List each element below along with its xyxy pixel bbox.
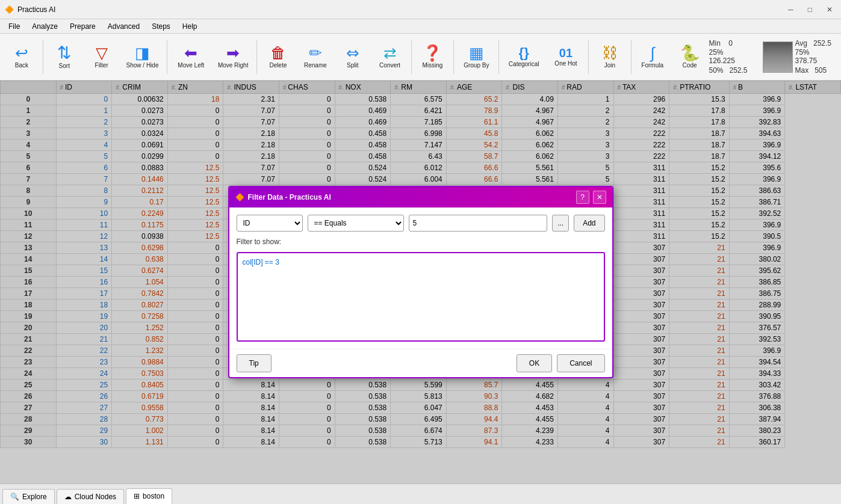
sep6 [498, 40, 499, 74]
stats-bar [763, 41, 793, 73]
sep3 [256, 40, 257, 74]
groupby-label: Group By [464, 62, 489, 69]
join-label: Join [604, 62, 615, 69]
rename-label: Rename [304, 62, 327, 69]
titlebar-left: 🔶 Practicus AI [5, 5, 55, 14]
moveleft-icon: ⬅ [184, 45, 197, 61]
moveleft-label: Move Left [178, 62, 204, 69]
sort-button[interactable]: ⇅ Sort [46, 37, 82, 78]
app-icon: 🔶 [5, 5, 14, 14]
stats-panel: Min 0 25% 126.225 50% 252.5 Avg 252.5 75… [709, 37, 837, 78]
condition-select[interactable]: == Equals != Not Equals > Greater [308, 215, 404, 232]
modal-body: ID CRIM ZN == Equals != Not Equals > Gre… [229, 207, 612, 349]
close-btn[interactable]: ✕ [823, 4, 836, 15]
tip-button[interactable]: Tip [237, 354, 272, 372]
formula-icon: ∫ [650, 45, 654, 61]
missing-icon: ❓ [423, 45, 442, 61]
filter-label: Filter [95, 62, 108, 69]
delete-button[interactable]: 🗑 Delete [260, 37, 296, 78]
maximize-btn[interactable]: □ [804, 4, 816, 15]
formula-button[interactable]: ∫ Formula [635, 37, 671, 78]
menu-analyze[interactable]: Analyze [26, 21, 64, 32]
add-button[interactable]: Add [574, 215, 604, 232]
moveright-label: Move Right [218, 62, 249, 69]
groupby-icon: ▦ [469, 45, 484, 61]
stats-right: Avg 252.5 75% 378.75 Max 505 [795, 37, 838, 78]
tabbar: 🔍 Explore ☁ Cloud Nodes ⊞ boston [0, 484, 841, 504]
moveright-button[interactable]: ➡ Move Right [213, 37, 253, 78]
menu-file[interactable]: File [2, 21, 26, 32]
moveleft-button[interactable]: ⬅ Move Left [170, 37, 211, 78]
sep1 [43, 40, 43, 74]
onehot-label: One Hot [554, 60, 577, 67]
modal-title: Filter Data - Practicus AI [248, 193, 331, 201]
split-label: Split [347, 62, 358, 69]
categorical-button[interactable]: {} Categorical [502, 37, 545, 78]
menu-steps[interactable]: Steps [146, 21, 176, 32]
rename-button[interactable]: ✏ Rename [297, 37, 334, 78]
moveright-icon: ➡ [226, 45, 240, 61]
split-button[interactable]: ⇔ Split [335, 37, 371, 78]
filter-to-show-label: Filter to show: [237, 238, 605, 246]
sep4 [411, 40, 412, 74]
missing-label: Missing [423, 62, 443, 69]
value-input[interactable] [409, 215, 548, 232]
stats-left: Min 0 25% 126.225 50% 252.5 [709, 37, 755, 78]
cloud-nodes-label: Cloud Nodes [75, 493, 116, 501]
join-icon: ⛓ [602, 45, 618, 61]
tab-cloud-nodes[interactable]: ☁ Cloud Nodes [57, 489, 124, 504]
missing-button[interactable]: ❓ Missing [415, 37, 451, 78]
categorical-icon: {} [519, 46, 529, 60]
toolbar: ↩ Back ⇅ Sort ▽ Filter ◨ Show / Hide ⬅ M… [0, 34, 841, 81]
back-button[interactable]: ↩ Back [4, 37, 40, 78]
sort-icon: ⇅ [57, 45, 71, 61]
menu-advanced[interactable]: Advanced [102, 21, 146, 32]
stat-50: 50% 252.5 [709, 66, 755, 75]
column-select[interactable]: ID CRIM ZN [237, 215, 303, 232]
dots-button[interactable]: ... [552, 215, 569, 232]
cancel-button[interactable]: Cancel [557, 354, 604, 372]
rename-icon: ✏ [309, 45, 322, 61]
back-icon: ↩ [15, 45, 28, 61]
titlebar-controls[interactable]: ─ □ ✕ [784, 4, 836, 15]
convert-icon: ⇄ [383, 45, 397, 61]
convert-button[interactable]: ⇄ Convert [372, 37, 408, 78]
stat-75: 75% 378.75 [795, 48, 838, 65]
delete-label: Delete [270, 62, 287, 69]
cloud-icon: ☁ [64, 493, 72, 501]
explore-label: Explore [22, 493, 47, 501]
expression-text: col[ID] == 3 [243, 258, 279, 266]
titlebar: 🔶 Practicus AI ─ □ ✕ [0, 0, 841, 19]
filter-controls-row: ID CRIM ZN == Equals != Not Equals > Gre… [237, 215, 605, 232]
tab-explore[interactable]: 🔍 Explore [2, 489, 55, 504]
convert-label: Convert [379, 62, 400, 69]
filter-icon: ▽ [96, 45, 108, 61]
menu-help[interactable]: Help [176, 21, 203, 32]
showhide-button[interactable]: ◨ Show / Hide [121, 37, 164, 78]
code-button[interactable]: 🐍 Code [672, 37, 708, 78]
boston-icon: ⊞ [134, 492, 140, 500]
modal-title-left: 🔶 Filter Data - Practicus AI [235, 193, 331, 201]
filter-expression-box[interactable]: col[ID] == 3 [237, 252, 605, 342]
onehot-button[interactable]: 01 One Hot [547, 37, 585, 78]
groupby-button[interactable]: ▦ Group By [457, 37, 495, 78]
showhide-label: Show / Hide [126, 62, 159, 69]
tab-boston[interactable]: ⊞ boston [126, 488, 172, 504]
modal-help-btn[interactable]: ? [576, 191, 589, 204]
app-title: Practicus AI [17, 5, 55, 14]
stat-avg: Avg 252.5 [795, 39, 838, 48]
filter-button[interactable]: ▽ Filter [84, 37, 120, 78]
modal-title-right[interactable]: ? ✕ [576, 191, 606, 204]
showhide-icon: ◨ [135, 45, 150, 61]
filter-modal: 🔶 Filter Data - Practicus AI ? ✕ ID CRIM… [228, 186, 613, 378]
minimize-btn[interactable]: ─ [784, 4, 797, 15]
back-label: Back [15, 62, 28, 69]
ok-button[interactable]: OK [517, 354, 552, 372]
stat-max: Max 505 [795, 66, 838, 75]
modal-titlebar: 🔶 Filter Data - Practicus AI ? ✕ [229, 187, 612, 207]
modal-close-btn[interactable]: ✕ [593, 191, 606, 204]
onehot-icon: 01 [559, 47, 573, 59]
join-button[interactable]: ⛓ Join [592, 37, 628, 78]
categorical-label: Categorical [509, 61, 539, 68]
menu-prepare[interactable]: Prepare [64, 21, 102, 32]
